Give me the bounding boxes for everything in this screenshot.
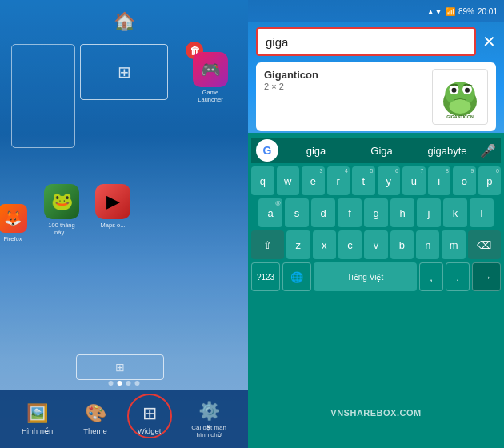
key-i[interactable]: i8 <box>428 166 451 195</box>
key-globe[interactable]: 🌐 <box>282 262 311 291</box>
theme-label: Theme <box>83 426 107 435</box>
key-b[interactable]: b <box>390 230 414 259</box>
key-g[interactable]: g <box>364 198 388 227</box>
key-r[interactable]: r4 <box>327 166 350 195</box>
widget-placeholder-top: ⊞ <box>80 44 168 100</box>
key-dot[interactable]: . <box>446 262 470 291</box>
key-row-1: q w e3 r4 t5 y6 u7 i8 o9 p0 <box>251 166 501 195</box>
search-bar-area: giga ✕ <box>248 22 504 61</box>
key-n[interactable]: n <box>416 230 439 259</box>
result-name-bold: Giga <box>264 69 287 81</box>
app-100ntd-label: 100 thángnày... <box>48 222 74 236</box>
key-m[interactable]: m <box>442 230 465 259</box>
key-p[interactable]: p0 <box>478 166 502 195</box>
key-u[interactable]: u7 <box>402 166 426 195</box>
key-y[interactable]: y6 <box>378 166 401 195</box>
status-bar: ▲▼ 📶 89% 20:01 <box>248 0 504 22</box>
watermark: VNSHAREBOX.COM <box>330 408 421 418</box>
right-panel: ▲▼ 📶 89% 20:01 giga ✕ Giganticon 2 × 2 <box>248 0 504 448</box>
grid-icon: ⊞ <box>118 62 131 82</box>
game-launcher-icon[interactable]: 🎮 Game Launcher <box>190 52 230 103</box>
apps-row: 🐸 100 thángnày... ▶ Maps o... <box>44 184 130 236</box>
battery-text: 89% <box>458 7 474 16</box>
status-icons: ▲▼ 📶 89% 20:01 <box>426 7 498 16</box>
dot-3 <box>126 381 131 386</box>
key-h[interactable]: h <box>390 198 414 227</box>
suggestion-row: G giga Giga gigabyte 🎤 <box>251 138 501 163</box>
theme-icon: 🎨 <box>85 403 106 424</box>
widget-icon: ⊞ <box>142 403 157 424</box>
result-size: 2 × 2 <box>264 82 424 91</box>
svg-point-6 <box>450 99 471 114</box>
key-a[interactable]: a@ <box>258 198 282 227</box>
key-row-2: a@ s d f g h j k l <box>251 198 501 227</box>
key-x[interactable]: x <box>313 230 336 259</box>
app-maps-label: Maps o... <box>101 222 126 229</box>
app-maps-icon: ▶ <box>95 184 130 219</box>
key-shift[interactable]: ⇧ <box>251 230 284 259</box>
game-launcher-img: 🎮 <box>193 52 228 87</box>
key-f[interactable]: f <box>338 198 362 227</box>
app-maps[interactable]: ▶ Maps o... <box>95 184 130 236</box>
settings-label: Cài đặt mànhình chờ <box>191 424 226 438</box>
svg-text:GIGANTICON: GIGANTICON <box>446 114 474 119</box>
toolbar-theme[interactable]: 🎨 Theme <box>78 400 112 438</box>
key-enter[interactable]: → <box>472 262 501 291</box>
time-text: 20:01 <box>478 7 498 16</box>
wallpaper-label: Hình nền <box>22 426 53 435</box>
key-t[interactable]: t5 <box>352 166 375 195</box>
close-button[interactable]: ✕ <box>482 32 496 51</box>
settings-icon: ⚙️ <box>198 401 220 422</box>
key-e[interactable]: e3 <box>302 166 325 195</box>
key-o[interactable]: o9 <box>453 166 476 195</box>
suggestion-item1[interactable]: Giga <box>349 145 414 157</box>
toolbar-widget[interactable]: ⊞ Widget <box>133 400 166 438</box>
widget-label: Widget <box>138 426 162 435</box>
key-z[interactable]: z <box>286 230 310 259</box>
key-d[interactable]: d <box>311 198 335 227</box>
bottom-widget-icon: ⊞ <box>115 361 125 374</box>
toolbar-settings[interactable]: ⚙️ Cài đặt mànhình chờ <box>186 398 231 442</box>
suggestion-query[interactable]: giga <box>283 145 349 157</box>
key-space[interactable]: Tiếng Việt <box>314 262 417 291</box>
toolbar-wallpaper[interactable]: 🖼️ Hình nền <box>17 400 58 438</box>
firefox-label: Firefox <box>4 235 22 242</box>
key-s[interactable]: s <box>285 198 309 227</box>
page-dots <box>109 381 140 386</box>
keyboard-area: G giga Giga gigabyte 🎤 q w e3 r4 t5 y6 u… <box>248 133 504 448</box>
key-j[interactable]: j <box>417 198 441 227</box>
key-w[interactable]: w <box>277 166 300 195</box>
firefox-icon-img: 🦊 <box>0 204 27 233</box>
key-symbols[interactable]: ?123 <box>251 262 280 291</box>
result-thumbnail: GIGANTICON <box>432 69 488 125</box>
key-c[interactable]: c <box>338 230 362 259</box>
search-value: giga <box>266 35 288 49</box>
bottom-toolbar: 🖼️ Hình nền 🎨 Theme ⊞ Widget ⚙️ Cài đặt … <box>0 390 248 448</box>
dot-2 <box>118 381 122 386</box>
svg-point-4 <box>452 88 457 93</box>
app-100ntd-icon: 🐸 <box>44 184 79 219</box>
svg-point-5 <box>465 88 470 93</box>
search-box[interactable]: giga <box>256 27 476 56</box>
key-v[interactable]: v <box>364 230 387 259</box>
key-k[interactable]: k <box>443 198 467 227</box>
bottom-widget-box: ⊞ <box>76 354 164 380</box>
dot-4 <box>135 381 140 386</box>
screen-outline <box>11 44 75 148</box>
game-launcher-label: Game Launcher <box>190 89 230 103</box>
search-result[interactable]: Giganticon 2 × 2 <box>256 62 496 131</box>
suggestion-item2[interactable]: gigabyte <box>414 145 480 157</box>
firefox-icon-area[interactable]: 🦊 Firefox <box>0 204 27 242</box>
key-l[interactable]: l <box>470 198 494 227</box>
key-comma[interactable]: , <box>419 262 443 291</box>
key-backspace[interactable]: ⌫ <box>468 230 501 259</box>
app-100ntd[interactable]: 🐸 100 thángnày... <box>44 184 79 236</box>
result-name: Giganticon <box>264 69 424 81</box>
home-icon: 🏠 <box>114 11 135 32</box>
dot-1 <box>109 381 114 386</box>
mic-icon[interactable]: 🎤 <box>480 143 496 158</box>
key-q[interactable]: q <box>251 166 274 195</box>
left-panel: 🏠 ⊞ 🗑 🎮 Game Launcher 🐸 100 thángnày... … <box>0 0 248 448</box>
result-name-rest: nticon <box>287 69 318 81</box>
result-info: Giganticon 2 × 2 <box>264 69 424 91</box>
